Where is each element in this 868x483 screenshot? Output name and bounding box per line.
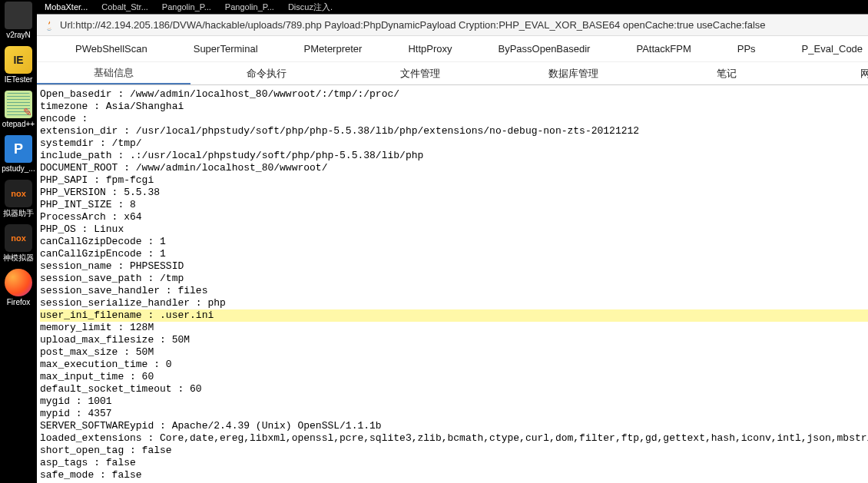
info-line: max_input_time : 60 xyxy=(40,371,868,383)
info-line: timezone : Asia/Shanghai xyxy=(40,101,868,113)
taskbar-app-5[interactable]: nox神模拟器 xyxy=(0,224,37,263)
window-tab-0[interactable]: MobaXter... xyxy=(40,2,92,12)
taskbar-label: IETester xyxy=(0,75,38,84)
info-line: encode : xyxy=(40,113,868,125)
plugin-tab-httpproxy[interactable]: HttpProxy xyxy=(385,36,475,61)
app-window: Url:http://42.194.205.186/DVWA/hackable/… xyxy=(37,14,868,483)
info-line: session_save_handler : files xyxy=(40,285,868,297)
sub-tab-2[interactable]: 文件管理 xyxy=(343,62,497,84)
info-line: PHP_VERSION : 5.5.38 xyxy=(40,187,868,199)
taskbar-label: 神模拟器 xyxy=(0,253,38,263)
info-line: mygid : 1001 xyxy=(40,395,868,408)
sub-tab-1[interactable]: 命令执行 xyxy=(190,62,344,84)
taskbar-app-1[interactable]: IETester xyxy=(0,46,37,84)
nox-icon: nox xyxy=(5,224,32,252)
info-line: canCallGzipEncode : 1 xyxy=(40,248,868,260)
java-icon xyxy=(43,19,55,31)
info-line: session_serialize_handler : php xyxy=(40,297,868,309)
info-line: Open_basedir : /www/admin/localhost_80/w… xyxy=(40,88,868,101)
taskbar-app-6[interactable]: Firefox xyxy=(0,269,37,307)
sub-tab-3[interactable]: 数据库管理 xyxy=(497,62,651,84)
ie-icon xyxy=(5,46,32,74)
url-text: Url:http://42.194.205.186/DVWA/hackable/… xyxy=(60,19,766,31)
info-content[interactable]: Open_basedir : /www/admin/localhost_80/w… xyxy=(37,85,868,483)
info-line: safe_mode : false xyxy=(40,469,868,481)
plugin-tab-superterminal[interactable]: SuperTerminal xyxy=(171,36,281,61)
info-line: ProcessArch : x64 xyxy=(40,211,868,223)
info-line: default_socket_timeout : 60 xyxy=(40,383,868,395)
info-line: loaded_extensions : Core,date,ereg,libxm… xyxy=(40,432,868,445)
app-icon xyxy=(5,2,32,29)
info-line: include_path : .:/usr/local/phpstudy/sof… xyxy=(40,150,868,162)
info-line: session_name : PHPSESSID xyxy=(40,260,868,273)
taskbar-app-3[interactable]: pstudy_... xyxy=(0,135,37,174)
plugin-tab-bypassopenbasedir[interactable]: ByPassOpenBasedir xyxy=(475,36,614,61)
taskbar-app-2[interactable]: otepad++ xyxy=(0,91,37,129)
info-line: DOCUMENT_ROOT : /www/admin/localhost_80/… xyxy=(40,162,868,174)
taskbar-app-0[interactable]: v2rayN xyxy=(0,2,37,40)
taskbar-label: otepad++ xyxy=(0,120,38,129)
sub-tab-0[interactable]: 基础信息 xyxy=(37,62,190,84)
taskbar-label: 拟器助手 xyxy=(0,209,38,218)
info-line: memory_limit : 128M xyxy=(40,322,868,334)
taskbar-label: v2rayN xyxy=(0,31,38,40)
window-tab-1[interactable]: Cobalt_Str... xyxy=(97,2,153,12)
sub-tabs: 基础信息命令执行文件管理数据库管理笔记网络详情 xyxy=(37,62,868,85)
window-tab-2[interactable]: Pangolin_P... xyxy=(157,2,216,12)
info-line: max_execution_time : 0 xyxy=(40,359,868,371)
info-line: asp_tags : false xyxy=(40,457,868,469)
window-tab-3[interactable]: Pangolin_P... xyxy=(220,2,279,12)
info-line: upload_max_filesize : 50M xyxy=(40,334,868,346)
plugin-tab-p_eval_code[interactable]: P_Eval_Code xyxy=(779,36,868,61)
info-line: PHP_INT_SIZE : 8 xyxy=(40,199,868,211)
info-line: canCallGzipDecode : 1 xyxy=(40,236,868,248)
plugin-tab-pps[interactable]: PPs xyxy=(714,36,779,61)
info-line: post_max_size : 50M xyxy=(40,346,868,359)
plugin-tab-pmeterpreter[interactable]: PMeterpreter xyxy=(281,36,386,61)
sub-tab-4[interactable]: 笔记 xyxy=(650,62,803,84)
sub-tab-5[interactable]: 网络详情 xyxy=(803,62,868,84)
window-tab-4[interactable]: Discuz注入. xyxy=(283,2,337,13)
taskbar-label: Firefox xyxy=(0,298,38,307)
taskbar-label: pstudy_... xyxy=(0,164,38,174)
nox-icon: nox xyxy=(5,180,32,207)
pp-icon xyxy=(5,135,32,163)
url-info-bar: Url:http://42.194.205.186/DVWA/hackable/… xyxy=(37,15,868,36)
np-icon xyxy=(5,91,32,118)
plugin-tab-pattackfpm[interactable]: PAttackFPM xyxy=(613,36,714,61)
info-line: mypid : 4357 xyxy=(40,408,868,420)
info-line: PHP_SAPI : fpm-fcgi xyxy=(40,174,868,187)
taskbar-app-4[interactable]: nox拟器助手 xyxy=(0,180,37,218)
info-line: user_ini_filename : .user.ini xyxy=(40,309,868,322)
info-line: session_save_path : /tmp xyxy=(40,273,868,285)
info-line: PHP_OS : Linux xyxy=(40,223,868,236)
plugin-tab-pwebshellscan[interactable]: PWebShellScan xyxy=(52,36,171,61)
ff-icon xyxy=(5,269,32,296)
info-line: short_open_tag : false xyxy=(40,445,868,457)
plugin-tabs: PWebShellScanSuperTerminalPMeterpreterHt… xyxy=(37,36,868,62)
info-line: SERVER_SOFTWAREypid : Apache/2.4.39 (Uni… xyxy=(40,420,868,432)
desktop-taskbar: v2rayNIETesterotepad++pstudy_...nox拟器助手n… xyxy=(0,0,37,483)
info-line: systemdir : /tmp/ xyxy=(40,137,868,150)
window-tabs: MobaXter...Cobalt_Str...Pangolin_P...Pan… xyxy=(37,0,868,14)
info-line: extension_dir : /usr/local/phpstudy/soft… xyxy=(40,125,868,137)
